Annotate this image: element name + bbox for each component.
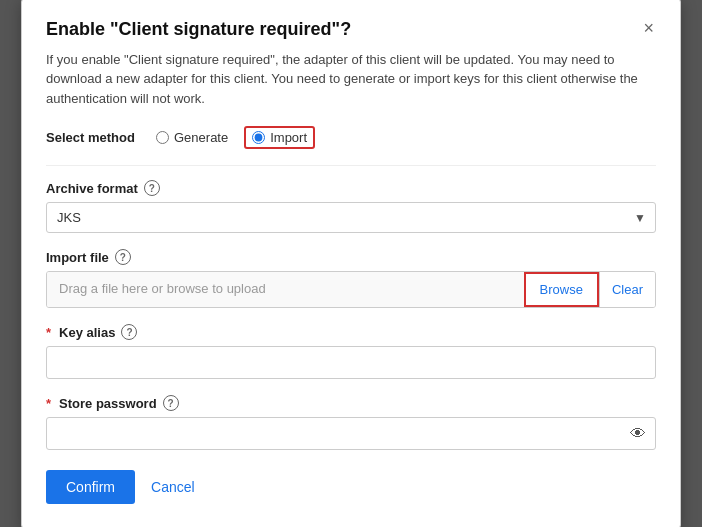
key-alias-label-row: * Key alias ?	[46, 324, 656, 340]
import-file-row: Drag a file here or browse to upload Bro…	[46, 271, 656, 308]
select-method-label: Select method	[46, 130, 156, 145]
import-file-block: Import file ? Drag a file here or browse…	[46, 249, 656, 308]
radio-group: Generate Import	[156, 126, 315, 149]
key-alias-required-star: *	[46, 325, 51, 340]
confirm-button[interactable]: Confirm	[46, 470, 135, 504]
file-drag-area[interactable]: Drag a file here or browse to upload	[47, 272, 524, 307]
browse-button[interactable]: Browse	[524, 272, 599, 307]
store-password-block: * Store password ? 👁	[46, 395, 656, 450]
key-alias-input[interactable]	[46, 346, 656, 379]
generate-label: Generate	[174, 130, 228, 145]
store-password-label-row: * Store password ?	[46, 395, 656, 411]
archive-format-select-wrapper: JKS PKCS12 PEM ▼	[46, 202, 656, 233]
divider	[46, 165, 656, 166]
dialog-footer: Confirm Cancel	[46, 470, 656, 504]
store-password-input[interactable]	[46, 417, 656, 450]
generate-radio[interactable]	[156, 131, 169, 144]
import-file-label-row: Import file ?	[46, 249, 656, 265]
select-method-row: Select method Generate Import	[46, 126, 656, 149]
import-file-label: Import file	[46, 250, 109, 265]
import-radio[interactable]	[252, 131, 265, 144]
store-password-required-star: *	[46, 396, 51, 411]
archive-format-help-icon[interactable]: ?	[144, 180, 160, 196]
archive-format-label: Archive format	[46, 181, 138, 196]
archive-format-select[interactable]: JKS PKCS12 PEM	[46, 202, 656, 233]
key-alias-help-icon[interactable]: ?	[121, 324, 137, 340]
cancel-button[interactable]: Cancel	[151, 479, 195, 495]
archive-format-label-row: Archive format ?	[46, 180, 656, 196]
clear-button[interactable]: Clear	[599, 272, 655, 307]
dialog-title: Enable "Client signature required"?	[46, 19, 351, 40]
import-label: Import	[270, 130, 307, 145]
import-option[interactable]: Import	[244, 126, 315, 149]
import-file-help-icon[interactable]: ?	[115, 249, 131, 265]
dialog-header: Enable "Client signature required"? ×	[46, 19, 656, 40]
dialog-description: If you enable "Client signature required…	[46, 50, 656, 109]
dialog: Enable "Client signature required"? × If…	[21, 0, 681, 527]
key-alias-block: * Key alias ?	[46, 324, 656, 379]
close-button[interactable]: ×	[641, 19, 656, 37]
key-alias-label: Key alias	[59, 325, 115, 340]
archive-format-block: Archive format ? JKS PKCS12 PEM ▼	[46, 180, 656, 233]
toggle-password-icon[interactable]: 👁	[630, 425, 646, 443]
store-password-label: Store password	[59, 396, 157, 411]
store-password-wrapper: 👁	[46, 417, 656, 450]
generate-option[interactable]: Generate	[156, 130, 228, 145]
store-password-help-icon[interactable]: ?	[163, 395, 179, 411]
